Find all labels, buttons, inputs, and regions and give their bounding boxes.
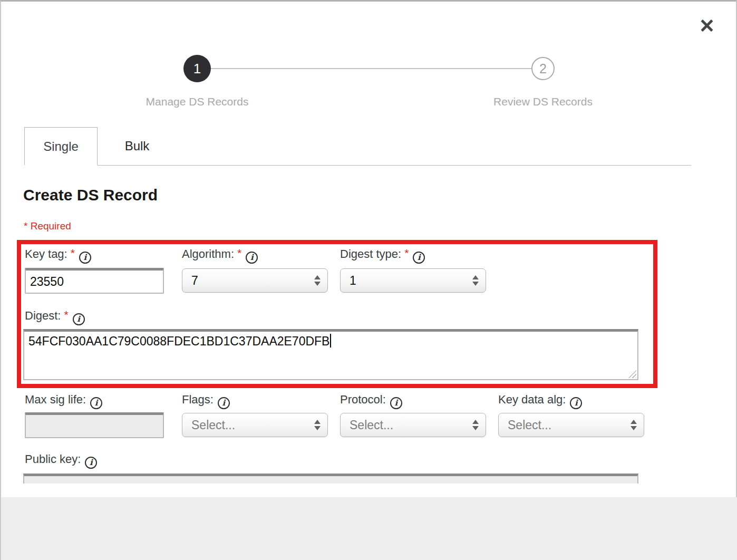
info-icon[interactable]: i [85,457,97,469]
max-sig-life-label: Max sig life:i [25,393,102,409]
protocol-label: Protocol:i [340,393,402,409]
algorithm-select-value: 7 [191,269,308,292]
digest-type-select-value: 1 [350,269,467,292]
protocol-select-value: Select... [350,413,467,437]
create-ds-record-modal: 1 2 Manage DS Records Review DS Records … [0,0,737,560]
digest-label-text: Digest: [25,309,61,322]
required-asterisk: * [404,247,409,259]
modal-footer: Cancel Back Next [1,497,737,560]
required-asterisk: * [237,247,241,259]
info-icon[interactable]: i [570,397,582,409]
info-icon[interactable]: i [90,397,102,409]
select-arrows-icon [314,420,321,430]
stepper-step-2-circle: 2 [531,57,555,80]
tab-bar-underline [98,165,691,166]
select-arrows-icon [472,275,479,286]
info-icon[interactable]: i [218,397,230,409]
tab-single[interactable]: Single [24,127,98,165]
key-data-alg-select-value: Select... [508,413,625,437]
stepper-step-1-label: Manage DS Records [92,95,303,108]
select-arrows-icon [472,420,479,430]
info-icon[interactable]: i [390,397,402,409]
algorithm-label-text: Algorithm: [182,247,234,260]
digest-textarea-value: 54FCF030AA1C79C0088FDEC1BD1C37DAA2E70DFB [28,334,329,348]
public-key-label: Public key:i [25,452,97,469]
key-tag-input[interactable] [25,268,164,294]
public-key-label-text: Public key: [25,452,81,466]
algorithm-label: Algorithm:*i [182,247,258,264]
key-data-alg-label: Key data alg:i [498,393,582,409]
algorithm-select[interactable]: 7 [182,268,328,293]
resize-grip-icon[interactable] [628,370,636,378]
flags-label: Flags:i [182,393,230,409]
digest-label: Digest:*i [25,309,85,325]
flags-select-value: Select... [191,413,308,437]
digest-textarea[interactable]: 54FCF030AA1C79C0088FDEC1BD1C37DAA2E70DFB [23,329,638,380]
protocol-label-text: Protocol: [340,393,386,406]
info-icon[interactable]: i [413,252,425,264]
key-data-alg-select[interactable]: Select... [498,413,644,437]
page-title: Create DS Record [23,186,158,204]
info-icon[interactable]: i [73,313,85,325]
required-note: * Required [24,220,71,232]
info-icon[interactable]: i [79,252,91,264]
flags-label-text: Flags: [182,393,214,406]
select-arrows-icon [314,275,321,286]
public-key-textarea[interactable] [23,474,638,484]
digest-type-label-text: Digest type: [340,247,401,260]
key-tag-label: Key tag:*i [25,247,91,264]
stepper-connector-line [197,68,543,69]
protocol-select[interactable]: Select... [340,413,486,437]
flags-select[interactable]: Select... [182,413,328,437]
key-data-alg-label-text: Key data alg: [498,393,566,406]
key-tag-label-text: Key tag: [25,247,67,260]
max-sig-life-input[interactable] [25,412,164,438]
digest-type-select[interactable]: 1 [340,268,486,293]
text-caret [330,334,331,347]
tab-bulk[interactable]: Bulk [98,127,177,165]
select-arrows-icon [631,420,637,430]
required-asterisk: * [71,247,75,259]
close-icon[interactable] [699,17,715,33]
info-icon[interactable]: i [246,252,258,264]
max-sig-life-label-text: Max sig life: [25,393,86,406]
required-asterisk: * [64,308,68,321]
stepper-step-1-circle: 1 [183,55,211,82]
stepper-step-2-label: Review DS Records [438,95,648,108]
digest-type-label: Digest type:*i [340,247,425,264]
